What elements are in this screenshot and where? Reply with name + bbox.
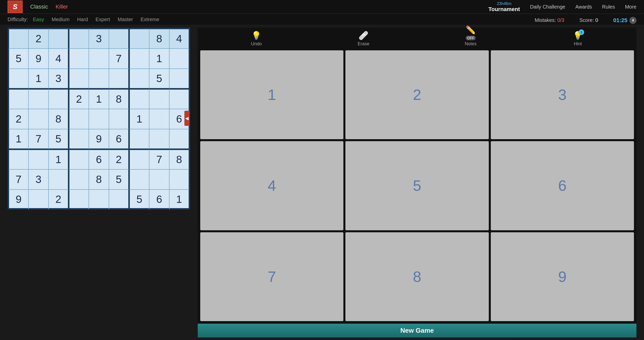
notes-toggle[interactable]: OFF xyxy=(466,36,476,40)
sudoku-cell[interactable] xyxy=(89,190,109,210)
number-btn-8[interactable]: 8 xyxy=(345,232,489,321)
sudoku-cell[interactable] xyxy=(109,190,129,210)
number-btn-1[interactable]: 1 xyxy=(200,50,343,139)
sudoku-cell[interactable] xyxy=(149,109,169,129)
sudoku-cell[interactable] xyxy=(149,169,169,190)
sudoku-cell[interactable] xyxy=(69,69,89,89)
sudoku-cell[interactable]: 2 xyxy=(109,149,129,169)
number-btn-3[interactable]: 3 xyxy=(491,50,634,139)
erase-tool[interactable]: 🩹 Erase xyxy=(351,31,376,47)
sudoku-cell[interactable] xyxy=(69,149,89,169)
diff-extreme[interactable]: Extreme xyxy=(138,16,162,23)
sudoku-cell[interactable] xyxy=(69,109,89,129)
nav-awards[interactable]: Awards xyxy=(575,4,592,10)
sudoku-cell[interactable] xyxy=(129,49,149,69)
sudoku-cell[interactable]: 1 xyxy=(89,89,109,109)
sudoku-cell[interactable]: 5 xyxy=(8,49,28,69)
nav-classic[interactable]: Classic xyxy=(30,4,48,10)
number-btn-2[interactable]: 2 xyxy=(345,50,489,139)
sudoku-cell[interactable] xyxy=(109,109,129,129)
sudoku-cell[interactable] xyxy=(129,89,149,109)
sudoku-cell[interactable]: 9 xyxy=(8,190,28,210)
sudoku-cell[interactable] xyxy=(8,149,28,169)
nav-more[interactable]: More xyxy=(625,4,636,10)
sudoku-cell[interactable]: 9 xyxy=(28,49,49,69)
sudoku-cell[interactable] xyxy=(49,89,69,109)
sudoku-cell[interactable]: 8 xyxy=(169,149,189,169)
sudoku-cell[interactable]: 2 xyxy=(28,28,49,49)
sudoku-cell[interactable] xyxy=(169,169,189,190)
sudoku-cell[interactable]: 1 xyxy=(169,190,189,210)
sudoku-cell[interactable]: 1 xyxy=(149,49,169,69)
number-btn-6[interactable]: 6 xyxy=(491,141,634,230)
number-btn-7[interactable]: 7 xyxy=(200,232,343,321)
sudoku-cell[interactable]: 8 xyxy=(49,109,69,129)
sudoku-cell[interactable] xyxy=(129,129,149,149)
side-arrow[interactable]: ◀ xyxy=(184,111,189,126)
sudoku-cell[interactable]: 1 xyxy=(129,109,149,129)
hint-tool[interactable]: 💡 3 Hint xyxy=(565,31,590,47)
sudoku-cell[interactable]: 3 xyxy=(89,28,109,49)
sudoku-cell[interactable]: 2 xyxy=(49,190,69,210)
number-btn-9[interactable]: 9 xyxy=(491,232,634,321)
pause-button[interactable]: ⏸ xyxy=(629,17,636,24)
sudoku-cell[interactable] xyxy=(169,89,189,109)
sudoku-cell[interactable]: 7 xyxy=(149,149,169,169)
sudoku-cell[interactable] xyxy=(129,169,149,190)
sudoku-cell[interactable] xyxy=(109,69,129,89)
sudoku-cell[interactable]: 4 xyxy=(49,49,69,69)
sudoku-cell[interactable]: 5 xyxy=(149,69,169,89)
diff-master[interactable]: Master xyxy=(115,16,136,23)
sudoku-cell[interactable]: 5 xyxy=(129,190,149,210)
sudoku-cell[interactable]: 5 xyxy=(49,129,69,149)
sudoku-cell[interactable] xyxy=(89,109,109,129)
sudoku-cell[interactable] xyxy=(69,169,89,190)
diff-medium[interactable]: Medium xyxy=(49,16,72,23)
sudoku-cell[interactable]: 8 xyxy=(109,89,129,109)
sudoku-cell[interactable] xyxy=(129,149,149,169)
sudoku-cell[interactable]: 7 xyxy=(109,49,129,69)
sudoku-cell[interactable] xyxy=(129,69,149,89)
sudoku-cell[interactable] xyxy=(28,149,49,169)
sudoku-cell[interactable]: 7 xyxy=(8,169,28,190)
sudoku-cell[interactable]: 3 xyxy=(28,169,49,190)
sudoku-cell[interactable]: 6 xyxy=(149,190,169,210)
nav-tournament[interactable]: 23h46m Tournament xyxy=(488,2,520,13)
sudoku-cell[interactable] xyxy=(49,28,69,49)
sudoku-cell[interactable] xyxy=(169,69,189,89)
sudoku-cell[interactable] xyxy=(169,49,189,69)
undo-tool[interactable]: 💡 Undo xyxy=(244,31,269,47)
diff-expert[interactable]: Expert xyxy=(93,16,113,23)
app-logo[interactable]: S xyxy=(8,1,23,13)
nav-killer[interactable]: Killer xyxy=(56,4,68,10)
sudoku-cell[interactable]: 1 xyxy=(28,69,49,89)
sudoku-cell[interactable] xyxy=(69,129,89,149)
sudoku-cell[interactable]: 8 xyxy=(149,28,169,49)
sudoku-cell[interactable] xyxy=(149,89,169,109)
sudoku-cell[interactable]: 9 xyxy=(89,129,109,149)
sudoku-cell[interactable]: 5 xyxy=(109,169,129,190)
sudoku-cell[interactable] xyxy=(8,28,28,49)
sudoku-cell[interactable] xyxy=(69,190,89,210)
sudoku-cell[interactable] xyxy=(149,129,169,149)
diff-hard[interactable]: Hard xyxy=(74,16,90,23)
sudoku-cell[interactable]: 6 xyxy=(109,129,129,149)
new-game-button[interactable]: New Game xyxy=(198,324,636,337)
sudoku-cell[interactable] xyxy=(28,190,49,210)
sudoku-cell[interactable] xyxy=(69,28,89,49)
sudoku-cell[interactable] xyxy=(89,49,109,69)
sudoku-cell[interactable] xyxy=(89,69,109,89)
sudoku-cell[interactable]: 8 xyxy=(89,169,109,190)
sudoku-cell[interactable] xyxy=(129,28,149,49)
sudoku-cell[interactable] xyxy=(109,28,129,49)
sudoku-cell[interactable]: 4 xyxy=(169,28,189,49)
sudoku-cell[interactable] xyxy=(169,129,189,149)
notes-tool[interactable]: ✏️ OFF Notes xyxy=(458,25,483,47)
sudoku-cell[interactable]: 2 xyxy=(8,109,28,129)
sudoku-cell[interactable] xyxy=(8,89,28,109)
sudoku-cell[interactable]: 7 xyxy=(28,129,49,149)
number-btn-5[interactable]: 5 xyxy=(345,141,489,230)
sudoku-cell[interactable]: 3 xyxy=(49,69,69,89)
sudoku-cell[interactable] xyxy=(28,89,49,109)
sudoku-cell[interactable] xyxy=(8,69,28,89)
